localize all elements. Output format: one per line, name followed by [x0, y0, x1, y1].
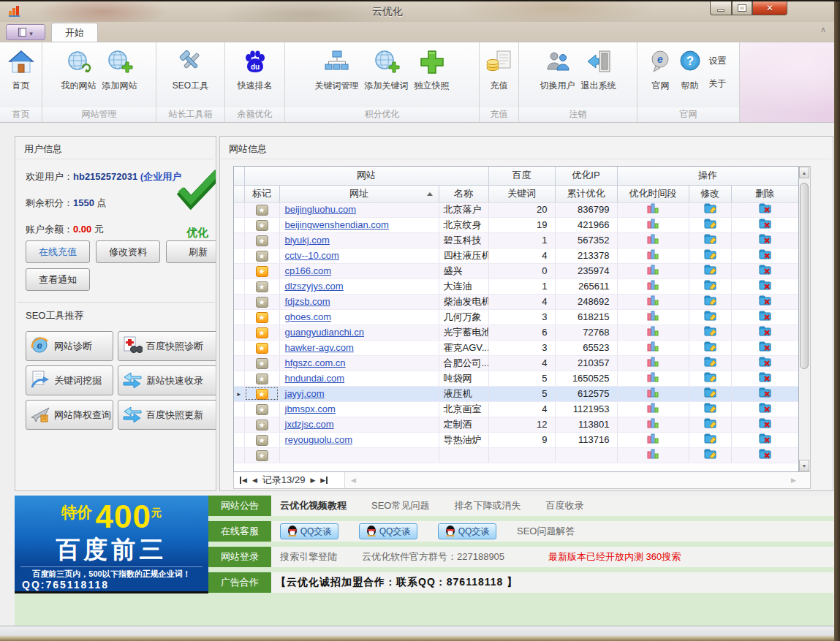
time-range-cell[interactable] [617, 248, 689, 263]
time-range-cell[interactable] [617, 417, 689, 432]
star-icon[interactable] [256, 389, 268, 400]
delete-folder-icon[interactable] [759, 389, 771, 400]
edit-folder-icon[interactable] [704, 358, 716, 369]
table-row[interactable]: cp166.com 盛兴 0 235974 [234, 263, 798, 278]
col-header-total[interactable]: 累计优化 [555, 185, 617, 202]
delete-folder-icon[interactable] [759, 220, 771, 231]
my-sites-button[interactable]: 我的网站 [58, 45, 99, 92]
mark-cell[interactable] [244, 202, 279, 217]
star-icon[interactable] [256, 205, 268, 216]
col-header-keywords[interactable]: 关键词 [488, 185, 555, 202]
scroll-left-icon[interactable]: ◀ [351, 477, 356, 484]
bar-chart-icon[interactable] [647, 420, 659, 431]
minimize-button[interactable] [710, 1, 732, 15]
last-page-icon[interactable] [320, 477, 328, 484]
table-row[interactable]: hndundai.com 吨袋网 5 1650525 [234, 371, 798, 386]
scroll-down-icon[interactable] [799, 460, 809, 471]
qq-chat-button[interactable]: QQ交谈 [359, 523, 417, 539]
bar-chart-icon[interactable] [647, 373, 659, 384]
star-icon[interactable] [256, 251, 268, 262]
edit-cell[interactable] [689, 217, 731, 232]
col-header-mark[interactable]: 标记 [244, 185, 279, 202]
table-row[interactable]: beijingluohu.com 北京落户 20 836799 [234, 202, 798, 217]
bar-chart-icon[interactable] [647, 435, 659, 446]
edit-folder-icon[interactable] [704, 281, 716, 292]
maximize-button[interactable] [732, 1, 752, 15]
edit-cell[interactable] [689, 309, 731, 325]
official-site-button[interactable]: e 官网 [646, 45, 676, 92]
time-range-cell[interactable] [617, 263, 689, 278]
site-link[interactable]: cctv--10.com [285, 250, 339, 261]
next-page-icon[interactable] [310, 477, 315, 484]
app-menu-button[interactable] [6, 24, 45, 40]
edit-cell[interactable] [689, 263, 731, 278]
qq-chat-button[interactable]: QQ交谈 [280, 523, 338, 539]
time-range-cell[interactable] [617, 401, 689, 417]
settings-button[interactable]: 设置 [705, 53, 731, 69]
table-row[interactable]: jbmspx.com 北京画室 4 1121953 [234, 401, 798, 417]
delete-folder-icon[interactable] [759, 205, 771, 216]
delete-cell[interactable] [731, 401, 798, 417]
star-icon[interactable] [256, 435, 268, 446]
link-engine-login[interactable]: 搜索引擎登陆 [280, 550, 337, 564]
mark-cell[interactable] [244, 355, 279, 371]
star-icon[interactable] [256, 343, 268, 354]
table-scrollbar[interactable] [799, 166, 811, 472]
time-range-cell[interactable] [617, 325, 689, 340]
mark-cell[interactable] [244, 371, 279, 386]
delete-cell[interactable] [731, 278, 798, 294]
time-range-cell[interactable] [617, 309, 689, 325]
edit-cell[interactable] [689, 355, 731, 371]
mark-cell[interactable] [244, 432, 279, 447]
star-icon[interactable] [256, 450, 268, 461]
delete-cell[interactable] [731, 355, 798, 371]
delete-folder-icon[interactable] [759, 420, 771, 431]
site-link[interactable]: hndundai.com [285, 373, 345, 384]
delete-folder-icon[interactable] [759, 266, 771, 277]
site-link[interactable]: fdjzsb.com [285, 296, 330, 307]
delete-cell[interactable] [731, 248, 798, 263]
star-icon[interactable] [256, 358, 268, 369]
time-range-cell[interactable] [617, 432, 689, 447]
edit-folder-icon[interactable] [704, 420, 716, 431]
about-button[interactable]: 关于 [705, 76, 731, 91]
site-link[interactable]: cp166.com [285, 265, 332, 276]
edit-folder-icon[interactable] [704, 404, 716, 415]
delete-cell[interactable] [731, 447, 798, 463]
site-diagnosis-button[interactable]: e 网站诊断 [26, 331, 113, 361]
delete-folder-icon[interactable] [759, 297, 771, 308]
edit-folder-icon[interactable] [704, 297, 716, 308]
site-link[interactable]: hawker-agv.com [285, 342, 354, 353]
edit-cell[interactable] [689, 248, 731, 263]
ribbon-collapse-icon[interactable] [817, 25, 829, 37]
seo-tools-button[interactable]: SEO工具 [170, 45, 211, 92]
mark-cell[interactable] [244, 447, 279, 463]
bar-chart-icon[interactable] [647, 220, 659, 231]
delete-folder-icon[interactable] [759, 235, 771, 246]
time-range-cell[interactable] [617, 340, 689, 355]
link-video-tutorial[interactable]: 云优化视频教程 [280, 499, 347, 512]
new-site-index-button[interactable]: 新站快速收录 [118, 365, 216, 395]
table-row[interactable] [234, 447, 798, 463]
edit-cell[interactable] [689, 294, 731, 309]
bar-chart-icon[interactable] [647, 251, 659, 262]
site-link[interactable]: beijingwenshendian.com [285, 219, 389, 230]
site-link[interactable]: beijingluohu.com [285, 204, 357, 215]
star-icon[interactable] [256, 235, 268, 246]
first-page-icon[interactable] [240, 477, 247, 484]
site-link[interactable]: ghoes.com [285, 311, 332, 322]
table-row[interactable]: reyouguolu.com 导热油炉 9 113716 [234, 432, 798, 447]
table-row[interactable]: fdjzsb.com 柴油发电机 4 248692 [234, 294, 798, 309]
edit-cell[interactable] [689, 340, 731, 355]
bar-chart-icon[interactable] [647, 358, 659, 369]
star-icon[interactable] [256, 266, 268, 277]
online-recharge-button[interactable]: 在线充值 [26, 240, 90, 263]
edit-folder-icon[interactable] [704, 205, 716, 216]
site-link[interactable]: jbmspx.com [285, 403, 336, 414]
mark-cell[interactable] [244, 401, 279, 417]
view-notice-button[interactable]: 查看通知 [26, 268, 90, 291]
link-rank-drop[interactable]: 排名下降或消失 [454, 499, 521, 512]
mark-cell[interactable] [244, 217, 279, 232]
edit-folder-icon[interactable] [704, 251, 716, 262]
mark-cell[interactable] [244, 309, 279, 325]
